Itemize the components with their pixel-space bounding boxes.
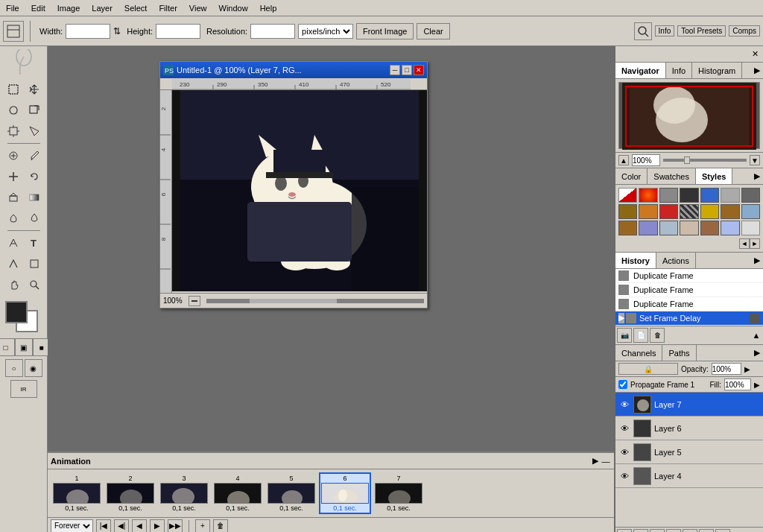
layer-visibility-7[interactable]: 👁 <box>618 399 630 411</box>
rectangular-marquee-tool[interactable] <box>4 80 23 99</box>
tab-paths[interactable]: Paths <box>662 345 696 361</box>
new-layer-btn[interactable]: 📄 <box>699 529 714 532</box>
animation-options-icon[interactable]: ▶ <box>590 456 601 466</box>
history-item-1[interactable]: Duplicate Frame <box>615 283 763 297</box>
layers-options-icon[interactable]: ▶ <box>751 345 763 361</box>
style-gold[interactable] <box>700 204 719 219</box>
slice-tool[interactable] <box>25 121 44 141</box>
new-snapshot-btn[interactable]: 📷 <box>617 328 632 343</box>
layer-item-6[interactable]: 👁 Layer 6 <box>615 417 763 440</box>
styles-scroll-left[interactable]: ◄ <box>739 238 750 249</box>
style-pattern[interactable] <box>680 204 698 219</box>
frame-4[interactable]: 4 0,1 sec. <box>212 472 264 514</box>
style-mid-gray[interactable] <box>741 188 760 203</box>
style-dark[interactable] <box>680 188 698 203</box>
add-mask-btn[interactable]: □ <box>650 529 665 532</box>
dodge-tool[interactable] <box>25 209 44 228</box>
front-image-button[interactable]: Front Image <box>356 23 414 39</box>
fill-input[interactable] <box>724 379 751 390</box>
style-peach[interactable] <box>680 221 698 235</box>
frame-7[interactable]: 7 0,1 sec. <box>373 472 425 514</box>
layer-visibility-5[interactable]: 👁 <box>618 446 630 458</box>
style-sky[interactable] <box>659 221 678 235</box>
menu-file[interactable]: File <box>0 2 25 14</box>
frame-5[interactable]: 5 0,1 sec. <box>265 472 317 514</box>
gradient-tool[interactable] <box>25 188 44 207</box>
frame-2[interactable]: 2 0,1 sec. <box>104 472 156 514</box>
tab-channels[interactable]: Channels <box>615 345 662 361</box>
history-item-2[interactable]: Duplicate Frame <box>615 297 763 311</box>
new-frame-btn[interactable]: + <box>195 519 210 533</box>
style-purple[interactable] <box>639 221 657 235</box>
delete-state-btn[interactable]: 🗑 <box>650 328 665 343</box>
move-tool[interactable] <box>25 80 44 99</box>
new-group-btn[interactable]: 📁 <box>683 529 697 532</box>
layer-item-7[interactable]: 👁 Layer 7 <box>615 393 763 417</box>
style-none[interactable] <box>618 188 637 203</box>
style-red[interactable] <box>659 204 678 219</box>
zoom-out-btn[interactable] <box>189 296 200 306</box>
style-gray[interactable] <box>659 188 678 203</box>
style-blue[interactable] <box>700 188 719 203</box>
zoom-tool[interactable] <box>25 275 44 294</box>
history-brush-tool[interactable] <box>25 167 44 186</box>
layer-item-4[interactable]: 👁 Layer 4 <box>615 464 763 488</box>
menu-window[interactable]: Window <box>213 2 254 14</box>
loop-select[interactable]: Forever <box>51 519 93 533</box>
lasso-tool[interactable] <box>4 101 23 120</box>
frame-6[interactable]: 6 0,1 sec. <box>319 472 371 514</box>
link-layers-btn[interactable]: 🔗 <box>617 529 632 532</box>
menu-view[interactable]: View <box>183 2 213 14</box>
zoom-percent-input[interactable] <box>632 154 660 166</box>
delete-layer-btn[interactable]: 🗑 <box>715 529 730 532</box>
eraser-tool[interactable] <box>4 188 23 207</box>
resolution-input[interactable] <box>250 24 295 39</box>
new-document-btn[interactable]: 📄 <box>633 328 648 343</box>
history-scroll-up[interactable]: ▲ <box>751 328 762 343</box>
foreground-color-swatch[interactable] <box>5 301 28 323</box>
quick-mask-on[interactable]: ◉ <box>25 359 42 377</box>
tab-color[interactable]: Color <box>615 168 648 184</box>
delete-frame-btn[interactable]: 🗑 <box>213 519 228 533</box>
color-options-icon[interactable]: ▶ <box>751 168 763 184</box>
jump-imageready-btn[interactable]: IR <box>10 380 37 398</box>
standard-screen-mode[interactable]: □ <box>0 338 15 356</box>
menu-layer[interactable]: Layer <box>86 2 118 14</box>
menu-filter[interactable]: Filter <box>153 2 183 14</box>
menu-image[interactable]: Image <box>51 2 86 14</box>
propagate-checkbox[interactable] <box>618 380 627 389</box>
comps-tab[interactable]: Comps <box>729 25 760 37</box>
animation-minimize-icon[interactable]: — <box>601 456 611 466</box>
eyedropper-tool[interactable] <box>4 121 23 141</box>
tab-navigator[interactable]: Navigator <box>615 63 666 78</box>
horizontal-scroll[interactable] <box>206 299 424 303</box>
width-input[interactable] <box>66 24 110 39</box>
blur-tool[interactable] <box>4 209 23 228</box>
crop-tool[interactable] <box>25 101 44 120</box>
style-white[interactable] <box>741 221 760 235</box>
zoom-tool-icon[interactable] <box>634 22 652 40</box>
document-titlebar[interactable]: PS Untitled-1 @ 100% (Layer 7, RG... ─ □… <box>160 62 427 78</box>
tab-history[interactable]: History <box>615 253 656 268</box>
resolution-unit-select[interactable]: pixels/inch <box>298 24 353 39</box>
style-fire[interactable] <box>639 188 657 203</box>
zoom-out-icon[interactable]: ▲ <box>618 155 629 165</box>
tab-histogram[interactable]: Histogram <box>692 63 742 78</box>
style-copper[interactable] <box>700 221 719 235</box>
style-brown[interactable] <box>618 204 637 219</box>
frame-1[interactable]: 1 0,1 sec. <box>51 472 103 514</box>
new-adjustment-layer-btn[interactable]: ◑ <box>666 529 681 532</box>
quick-mask-off[interactable]: ○ <box>5 359 23 377</box>
tab-swatches[interactable]: Swatches <box>648 168 696 184</box>
navigator-options-icon[interactable]: ▶ <box>751 63 763 78</box>
tool-presets-tab[interactable]: Tool Presets <box>677 25 726 37</box>
healing-brush-tool[interactable] <box>4 146 23 165</box>
path-selection-tool[interactable] <box>4 254 23 273</box>
style-steel-blue[interactable] <box>741 204 760 219</box>
fwd-btn[interactable]: ▶▶ <box>168 519 183 533</box>
text-tool[interactable]: T <box>25 233 44 253</box>
menu-edit[interactable]: Edit <box>25 2 51 14</box>
style-orange[interactable] <box>639 204 657 219</box>
style-wood[interactable] <box>618 221 637 235</box>
close-panels-icon[interactable]: ✕ <box>750 49 760 60</box>
